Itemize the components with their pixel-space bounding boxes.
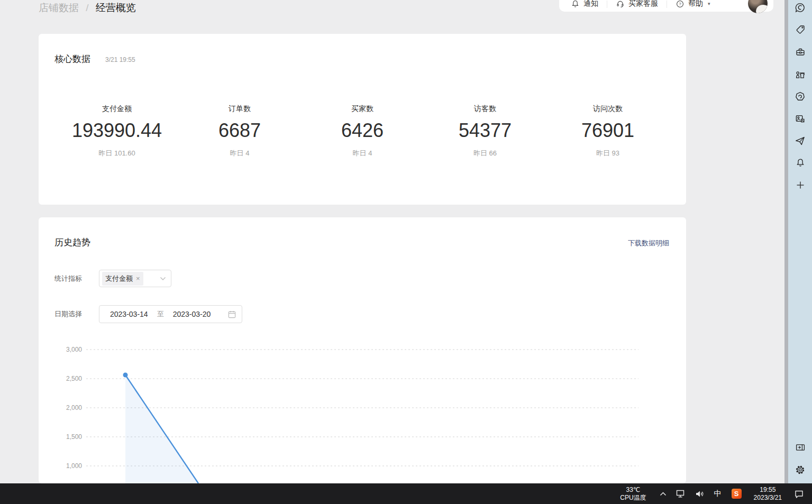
selected-metric-tag-label: 支付金额 — [105, 274, 133, 283]
metric-label: 访问次数 — [546, 104, 669, 114]
metric-label: 买家数 — [301, 104, 424, 114]
breadcrumb-separator: / — [86, 2, 88, 13]
y-axis-tick: 1,000 — [66, 462, 82, 470]
notification-label: 通知 — [583, 0, 598, 8]
calendar-icon[interactable] — [228, 310, 236, 318]
tray-date: 2023/3/21 — [754, 494, 782, 502]
y-axis-tick: 3,000 — [66, 346, 82, 353]
edge-sidebar — [788, 0, 812, 483]
user-avatar[interactable] — [748, 0, 768, 13]
selected-metric-tag: 支付金额 × — [102, 272, 143, 286]
cpu-temp-value: 33℃ — [620, 486, 646, 494]
date-range-input[interactable]: 2023-03-14 至 2023-03-20 — [99, 305, 242, 323]
date-end-value[interactable]: 2023-03-20 — [173, 310, 211, 318]
core-card-timestamp: 3/21 19:55 — [105, 56, 135, 63]
metric-value: 54377 — [424, 120, 546, 141]
metric-payment-amount: 支付金额 193990.44 昨日 101.60 — [56, 104, 178, 158]
help-icon: ? — [676, 0, 685, 8]
metric-value: 6426 — [301, 120, 424, 141]
core-data-card: 核心数据 3/21 19:55 支付金额 193990.44 昨日 101.60… — [39, 34, 686, 205]
metric-yesterday: 昨日 101.60 — [56, 149, 178, 158]
tag-close-icon[interactable]: × — [136, 275, 140, 282]
metric-label: 订单数 — [178, 104, 301, 114]
image-creator-icon[interactable] — [788, 107, 812, 130]
trend-card-title: 历史趋势 — [54, 236, 90, 249]
metric-yesterday: 昨日 93 — [546, 149, 669, 158]
history-trend-card: 历史趋势 下载数据明细 统计指标 支付金额 × 日期选择 2023-03-14 … — [39, 217, 686, 483]
metric-yesterday: 昨日 66 — [424, 149, 546, 158]
toolbox-icon[interactable] — [788, 41, 812, 63]
network-icon[interactable] — [676, 489, 686, 498]
tray-expand-chevron-icon[interactable] — [660, 492, 667, 496]
ime-indicator[interactable]: 中 — [714, 489, 722, 499]
clock-tray-item[interactable]: 19:55 2023/3/21 — [754, 486, 782, 502]
sidebar-bell-icon[interactable] — [788, 152, 812, 174]
open-panel-icon[interactable] — [788, 436, 812, 459]
date-start-value[interactable]: 2023-03-14 — [110, 310, 148, 318]
svg-text:?: ? — [679, 2, 681, 6]
tray-time: 19:55 — [754, 486, 782, 494]
volume-icon[interactable] — [695, 490, 705, 498]
caret-down-icon: ▾ — [708, 1, 710, 6]
metric-buyer-count: 买家数 6426 昨日 4 — [301, 104, 424, 158]
breadcrumb: 店铺数据 / 经营概览 — [39, 1, 136, 15]
date-filter-row: 日期选择 2023-03-14 至 2023-03-20 — [54, 305, 242, 323]
metric-label: 访客数 — [424, 104, 546, 114]
breadcrumb-current: 经营概览 — [96, 2, 136, 13]
help-label: 帮助 — [688, 0, 703, 8]
drop-paper-plane-icon[interactable] — [788, 130, 812, 152]
core-metrics-row: 支付金额 193990.44 昨日 101.60 订单数 6687 昨日 4 买… — [56, 104, 669, 158]
cpu-temp-label: CPU温度 — [620, 494, 646, 502]
action-center-icon[interactable] — [794, 489, 804, 499]
customer-service-label: 买家客服 — [628, 0, 658, 8]
y-axis-tick: 1,500 — [66, 433, 82, 441]
metric-visit-times: 访问次数 76901 昨日 93 — [546, 104, 669, 158]
shopping-tag-icon[interactable] — [788, 19, 812, 41]
series-data-point — [123, 373, 128, 378]
metric-label: 支付金额 — [56, 104, 178, 114]
metric-filter-label: 统计指标 — [54, 274, 99, 283]
help-button[interactable]: ? 帮助 ▾ — [676, 0, 710, 8]
metric-visitor-count: 访客数 54377 昨日 66 — [424, 104, 546, 158]
metric-value: 76901 — [546, 120, 669, 141]
cpu-temp-tray-item[interactable]: 33℃ CPU温度 — [620, 486, 646, 502]
customer-service-button[interactable]: 买家客服 — [616, 0, 658, 8]
metric-yesterday: 昨日 4 — [178, 149, 301, 158]
browser-scrollbar[interactable] — [784, 0, 788, 483]
top-header-bar: 通知 买家客服 ? 帮助 ▾ — [559, 0, 773, 12]
bell-icon — [571, 0, 580, 8]
y-axis-tick: 2,500 — [66, 375, 82, 382]
headset-icon — [616, 0, 625, 8]
metric-value: 193990.44 — [56, 120, 178, 141]
notification-button[interactable]: 通知 — [571, 0, 598, 8]
chevron-down-icon — [160, 277, 166, 281]
sogou-input-icon[interactable]: S — [732, 489, 742, 499]
settings-gear-icon[interactable] — [788, 459, 812, 481]
add-icon[interactable] — [788, 174, 812, 196]
trend-line-chart: 3,000 2,500 2,000 1,500 1,000 — [48, 343, 645, 483]
y-axis-tick: 2,000 — [66, 404, 82, 411]
metric-yesterday: 昨日 4 — [301, 149, 424, 158]
metric-filter-row: 统计指标 支付金额 × — [54, 270, 171, 287]
download-data-link[interactable]: 下载数据明细 — [628, 239, 669, 248]
metric-select[interactable]: 支付金额 × — [99, 270, 171, 287]
date-filter-label: 日期选择 — [54, 309, 99, 319]
date-to-text: 至 — [157, 309, 164, 319]
header-divider — [607, 1, 607, 8]
windows-taskbar: 33℃ CPU温度 中 S 19:55 2023/3/21 — [0, 483, 812, 504]
breadcrumb-parent[interactable]: 店铺数据 — [39, 2, 79, 13]
metric-value: 6687 — [178, 120, 301, 141]
browser-essentials-icon[interactable] — [788, 85, 812, 107]
header-divider — [667, 1, 667, 8]
games-icon[interactable] — [788, 63, 812, 85]
copilot-icon[interactable] — [788, 0, 812, 19]
core-card-title: 核心数据 — [54, 53, 90, 65]
metric-order-count: 订单数 6687 昨日 4 — [178, 104, 301, 158]
